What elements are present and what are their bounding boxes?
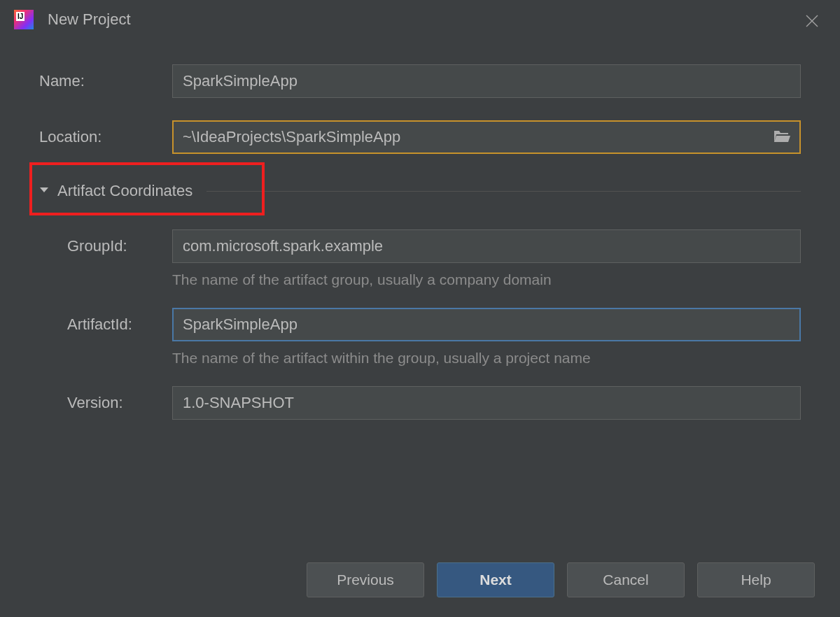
groupid-input[interactable] xyxy=(172,229,801,263)
artifact-fields: GroupId: The name of the artifact group,… xyxy=(39,229,801,420)
chevron-down-icon xyxy=(39,185,49,197)
version-label: Version: xyxy=(67,394,172,412)
name-row: Name: xyxy=(39,64,801,98)
version-row: Version: xyxy=(67,386,801,420)
titlebar: IJ New Project xyxy=(0,0,840,36)
name-label: Name: xyxy=(39,72,172,90)
artifact-coordinates-section[interactable]: Artifact Coordinates xyxy=(39,176,801,206)
intellij-icon: IJ xyxy=(14,10,34,29)
close-icon[interactable] xyxy=(804,13,820,29)
dialog-content: Name: Location: Artifact Coordinates Gro… xyxy=(0,36,840,420)
location-row: Location: xyxy=(39,120,801,154)
folder-open-icon[interactable] xyxy=(773,128,791,146)
next-button[interactable]: Next xyxy=(437,562,554,597)
button-bar: Previous Next Cancel Help xyxy=(307,562,815,597)
section-divider xyxy=(206,191,801,192)
artifactid-row: ArtifactId: xyxy=(67,308,801,341)
location-label: Location: xyxy=(39,128,172,146)
artifactid-input[interactable] xyxy=(172,308,801,341)
groupid-label: GroupId: xyxy=(67,237,172,255)
cancel-button[interactable]: Cancel xyxy=(567,562,685,597)
version-input[interactable] xyxy=(172,386,801,420)
groupid-help: The name of the artifact group, usually … xyxy=(172,271,801,288)
previous-button[interactable]: Previous xyxy=(307,562,424,597)
artifactid-help: The name of the artifact within the grou… xyxy=(172,350,801,367)
section-title: Artifact Coordinates xyxy=(57,182,192,200)
location-input[interactable] xyxy=(172,120,801,154)
svg-marker-2 xyxy=(40,187,48,192)
artifactid-label: ArtifactId: xyxy=(67,315,172,334)
name-input[interactable] xyxy=(172,64,801,98)
window-title: New Project xyxy=(48,10,131,29)
help-button[interactable]: Help xyxy=(697,562,815,597)
groupid-row: GroupId: xyxy=(67,229,801,263)
